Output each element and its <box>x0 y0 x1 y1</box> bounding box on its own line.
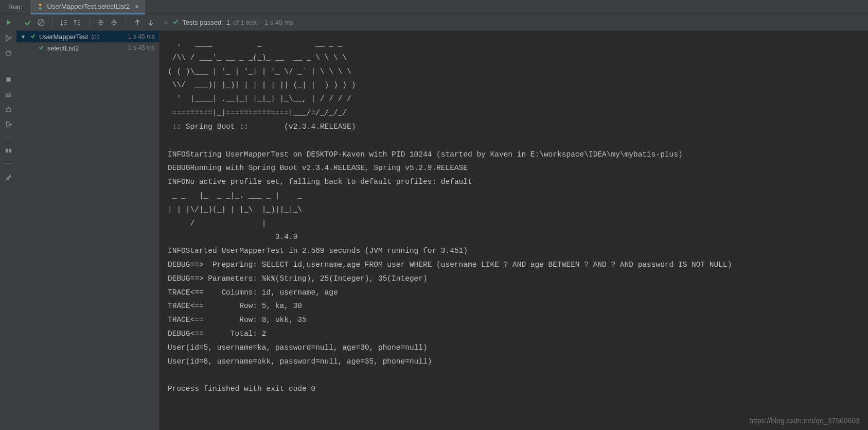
main-content: ▼ UserMapperTest (cc 1 s 45 ms selectLis… <box>0 31 868 430</box>
show-passed-icon[interactable] <box>22 16 34 29</box>
tree-root-name: UserMapperTest <box>39 33 88 41</box>
next-failed-icon[interactable] <box>145 16 157 29</box>
exit-icon[interactable] <box>4 120 12 128</box>
title-bar: Run: UserMapperTest.selectList2 × <box>0 0 868 14</box>
tests-passed-count: 1 <box>226 19 230 26</box>
tree-root-time: 1 s 45 ms <box>128 33 159 40</box>
show-ignored-icon[interactable] <box>35 16 47 29</box>
svg-rect-7 <box>9 148 11 152</box>
nav-group <box>128 14 160 30</box>
collapse-all-icon[interactable] <box>108 16 120 29</box>
separator <box>52 18 53 28</box>
watermark: https://blog.csdn.net/qq_37960603 <box>749 417 860 425</box>
svg-line-1 <box>39 21 43 25</box>
left-action-gutter <box>0 31 16 430</box>
tests-passed-status: Tests passed: 1 of 1 test – 1 s 45 ms <box>172 18 293 27</box>
close-icon[interactable]: × <box>135 3 139 11</box>
separator <box>89 18 90 28</box>
sort-group <box>55 14 87 30</box>
toolbar: » Tests passed: 1 of 1 test – 1 s 45 ms <box>0 14 868 31</box>
run-label: Run: <box>0 3 30 11</box>
tree-root-info: (cc <box>91 33 99 40</box>
sort-duration-icon[interactable] <box>72 16 84 29</box>
rerun-failed-icon[interactable] <box>4 34 12 42</box>
svg-rect-6 <box>5 148 8 152</box>
svg-rect-2 <box>6 77 10 81</box>
rerun-icon[interactable] <box>4 19 12 27</box>
filter-group <box>19 14 50 30</box>
tests-passed-suffix: of 1 test – 1 s 45 ms <box>233 19 293 26</box>
expand-icon[interactable]: ▼ <box>21 34 27 40</box>
left-gutter-top <box>0 14 16 31</box>
gutter-separator <box>4 137 12 137</box>
toolbar-content: » Tests passed: 1 of 1 test – 1 s 45 ms <box>16 14 868 30</box>
check-icon <box>38 44 44 52</box>
gutter-separator <box>4 66 12 66</box>
svg-point-5 <box>6 108 10 112</box>
tab-title: UserMapperTest.selectList2 <box>47 3 129 10</box>
dump-icon[interactable] <box>4 90 12 98</box>
gutter-separator <box>4 163 12 164</box>
pin-icon[interactable] <box>4 173 12 181</box>
tree-root-row[interactable]: ▼ UserMapperTest (cc 1 s 45 ms <box>16 31 159 42</box>
layout-icon[interactable] <box>4 146 12 154</box>
tree-child-row[interactable]: selectList2 1 s 45 ms <box>16 42 159 54</box>
debug-icon[interactable] <box>4 105 12 113</box>
check-icon <box>172 18 179 27</box>
run-tab[interactable]: UserMapperTest.selectList2 × <box>30 0 145 14</box>
expand-all-icon[interactable] <box>95 16 107 29</box>
sort-alpha-icon[interactable] <box>58 16 70 29</box>
more-icon[interactable]: » <box>160 19 172 26</box>
tree-child-name: selectList2 <box>47 44 79 52</box>
check-icon <box>30 33 36 41</box>
test-tree: ▼ UserMapperTest (cc 1 s 45 ms selectLis… <box>16 31 160 430</box>
console-output[interactable]: . ____ _ __ _ _ /\\ / ___'_ __ _ _(_)_ _… <box>160 31 868 430</box>
test-config-icon <box>37 3 44 10</box>
tree-child-time: 1 s 45 ms <box>128 44 159 51</box>
tree-group <box>92 14 123 30</box>
stop-icon[interactable] <box>4 75 12 83</box>
prev-failed-icon[interactable] <box>131 16 144 29</box>
tests-passed-prefix: Tests passed: <box>182 19 223 26</box>
svg-point-4 <box>7 94 9 96</box>
separator <box>126 18 126 28</box>
toggle-auto-icon[interactable] <box>4 49 12 57</box>
